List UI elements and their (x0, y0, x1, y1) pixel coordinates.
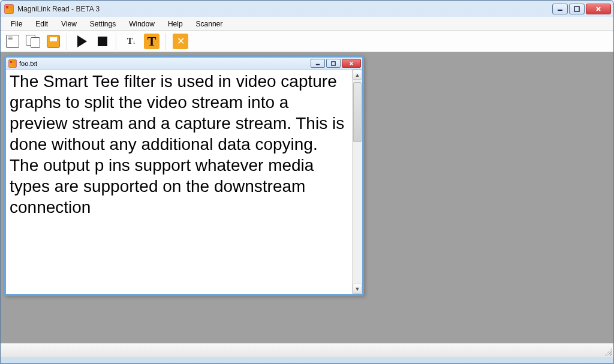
scroll-thumb[interactable] (353, 82, 362, 142)
document-icon (8, 59, 17, 68)
text-size-small-icon: T↓ (127, 37, 136, 46)
toolbar-separator (165, 33, 167, 50)
vertical-scrollbar[interactable]: ▲ ▼ (352, 70, 362, 294)
close-button[interactable] (586, 4, 611, 14)
toolbar-separator (116, 33, 118, 50)
child-window-title: foo.txt (19, 60, 37, 67)
multi-doc-icon (26, 35, 40, 48)
text-size-small-button[interactable]: T↓ (122, 32, 141, 50)
stop-button[interactable] (93, 32, 112, 50)
app-icon (4, 4, 14, 14)
text-size-large-button[interactable]: T (142, 32, 161, 50)
scroll-up-arrow-icon[interactable]: ▲ (353, 70, 362, 80)
multi-doc-button[interactable] (23, 32, 43, 50)
tools-button[interactable]: ✕ (171, 32, 190, 50)
titlebar[interactable]: MagniLink Read - BETA 3 (1, 1, 613, 17)
play-icon (77, 35, 87, 47)
tools-icon: ✕ (173, 34, 188, 49)
menu-file[interactable]: File (4, 18, 29, 30)
maximize-button[interactable] (569, 4, 585, 14)
svg-rect-1 (332, 61, 335, 65)
child-maximize-button[interactable] (326, 59, 341, 68)
save-button[interactable] (44, 32, 63, 50)
menu-settings[interactable]: Settings (83, 18, 122, 30)
menu-scanner[interactable]: Scanner (189, 18, 230, 30)
document-text[interactable]: The Smart Tee filter is used in video ca… (6, 70, 352, 294)
main-window: MagniLink Read - BETA 3 File Edit View S… (0, 0, 614, 364)
toolbar: T↓ T ✕ (1, 31, 613, 52)
play-button[interactable] (73, 32, 92, 50)
child-titlebar[interactable]: foo.txt (6, 58, 362, 70)
child-body: The Smart Tee filter is used in video ca… (6, 70, 362, 294)
menu-view[interactable]: View (55, 18, 83, 30)
new-doc-button[interactable] (3, 32, 22, 50)
scroll-track[interactable] (353, 80, 362, 284)
toolbar-separator (67, 33, 69, 50)
new-doc-icon (6, 35, 19, 48)
menubar: File Edit View Settings Window Help Scan… (1, 17, 613, 31)
svg-rect-0 (574, 7, 579, 11)
menu-window[interactable]: Window (122, 18, 161, 30)
statusbar (1, 344, 613, 357)
mdi-client-area: foo.txt The Smart Tee filter is used in … (1, 52, 613, 344)
minimize-button[interactable] (552, 4, 568, 14)
scroll-down-arrow-icon[interactable]: ▼ (353, 284, 362, 294)
window-title: MagniLink Read - BETA 3 (17, 5, 100, 13)
text-size-large-icon: T (144, 34, 159, 49)
child-close-button[interactable] (342, 59, 361, 68)
resize-grip-icon[interactable] (604, 347, 612, 356)
menu-help[interactable]: Help (161, 18, 189, 30)
save-icon (47, 35, 60, 48)
menu-edit[interactable]: Edit (29, 18, 55, 30)
child-window[interactable]: foo.txt The Smart Tee filter is used in … (4, 56, 364, 296)
child-minimize-button[interactable] (311, 59, 325, 68)
stop-icon (98, 37, 107, 46)
